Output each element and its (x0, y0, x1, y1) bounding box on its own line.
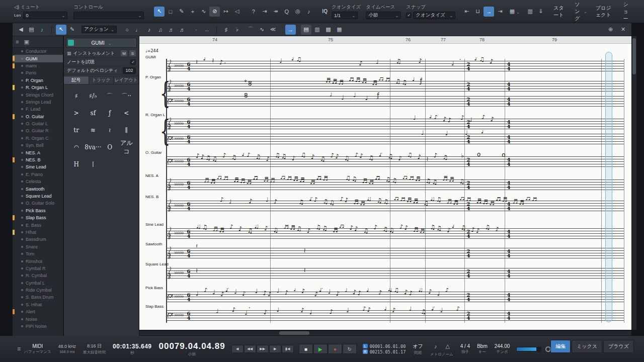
staff-notes[interactable]: ♫♫♬♬♪♪♫♫♪♫♬♬♫♪♫♫♬♬♪♪♫♪♫♫♪♪♬♬♫♫♪♪♫♪♪♫♪ (196, 225, 622, 242)
folder-icon[interactable]: ▤ (26, 25, 37, 35)
rewind-button[interactable]: ◀◀ (244, 345, 256, 353)
notation-symbol-5[interactable]: sf (85, 109, 101, 118)
score-canvas[interactable]: ♩=244GUMI♭♭♭♭♭642444≀♪≀♪·♩♪♫♪♩♫♪♩·♪♫♪P. … (139, 44, 631, 330)
measure-number[interactable]: 77 (441, 37, 446, 42)
velocity-value[interactable]: 102 (123, 67, 136, 74)
audition-row[interactable]: ノートを試聴 ✓ (64, 58, 139, 66)
mute-tool[interactable]: ⊘ (209, 7, 220, 17)
pencil-tool[interactable]: ✎ (67, 25, 77, 35)
playhead[interactable] (605, 52, 612, 322)
audition-note-button[interactable]: ♪ (303, 7, 314, 17)
velocity-row[interactable]: デフォルトのベロシティ 102 (64, 66, 139, 75)
view-mode-button-1[interactable]: ▥ (312, 25, 323, 35)
track-item-sawtooth[interactable]: Sawtooth (13, 185, 63, 192)
track-item-mami[interactable]: mami (13, 62, 63, 69)
notation-symbol-16[interactable]: H (68, 160, 85, 169)
track-item-o-guitar-r[interactable]: O. Guitar R (13, 127, 63, 134)
piano-keyboard-icon[interactable]: ▥ (525, 7, 535, 17)
staff-notes[interactable]: ♬♬♬♬♬♬♬♬♬♬♬♬♬♬♬♬♬♫♫♬♬♬♫♫♬♬♬♫♫♬♬♫ (196, 176, 622, 193)
track-item-pipi-noise[interactable]: PiPi Noise (13, 323, 63, 330)
mute-button[interactable]: M (121, 50, 127, 56)
autoscroll-button[interactable]: → (484, 7, 494, 17)
loop-end-value[interactable]: 00215.05.01.17 (370, 349, 406, 354)
track-item-o-guitar[interactable]: O. Guitar (13, 113, 63, 120)
notation-symbol-13[interactable]: 8va··· (85, 143, 101, 152)
help-button[interactable]: ? (248, 7, 259, 17)
notation-symbol-9[interactable]: ≋ (85, 126, 101, 135)
track-item-nes-b[interactable]: NES. B (13, 156, 63, 163)
play-button[interactable]: ▶ (313, 344, 328, 354)
listen-tool[interactable]: ◁ (231, 7, 242, 17)
view-mode-button-0[interactable]: ▤ (301, 25, 311, 35)
close-icon[interactable]: ✕ (618, 25, 628, 35)
mix-panel-button[interactable]: ミックス (572, 340, 602, 353)
notation-symbol-4[interactable]: > (68, 109, 85, 118)
snap-checkbox[interactable]: ✓ (406, 13, 412, 18)
staff-notes[interactable]: ≀≀ (196, 264, 622, 282)
staff-notes[interactable]: ♪♪♫♫♪♫♪♪♫♪♫♫♪♫♪♫♪♪♫♪♪♫♪♫♪♫♪≀♪♫♭oo (196, 153, 622, 170)
track-item-alert[interactable]: Alert (13, 308, 63, 315)
marker-start-button[interactable]: ⇤ (461, 7, 472, 17)
sync-value[interactable]: オフ (413, 343, 423, 350)
track-item-noise[interactable]: Noise (13, 315, 63, 322)
scrollbar-thumb[interactable] (279, 331, 309, 335)
measure-number[interactable]: 79 (552, 37, 557, 42)
browse-panel-button[interactable]: ブラウズ (603, 340, 634, 353)
track-item-strings-chord[interactable]: Strings Chord (13, 91, 63, 98)
note-value-button-5[interactable]: ♬ (177, 25, 188, 35)
loop-region-button[interactable]: ⊔ (472, 7, 483, 17)
measure-number[interactable]: 74 (212, 37, 217, 42)
edit-panel-button[interactable]: 編集 (550, 340, 571, 353)
stop-button[interactable]: ■ (299, 344, 313, 354)
note-value-button-2[interactable]: ♪ (144, 25, 154, 35)
timebase-dropdown[interactable]: 小節 (366, 12, 401, 19)
notation-symbol-15[interactable]: アルコ (118, 143, 135, 152)
track-item-sine-lead[interactable]: Sine Lead (13, 163, 63, 170)
notation-symbol-6[interactable]: ƒ (102, 109, 118, 118)
track-item-nes-a[interactable]: NES. A (13, 149, 63, 156)
tempo-value[interactable]: 244.00 (495, 343, 510, 349)
grid-quantize-button[interactable]: ▦ (509, 7, 520, 17)
locate-button[interactable]: ⇥ (259, 7, 270, 17)
track-item-r-organ-c[interactable]: R. Organ C (13, 135, 63, 142)
track-item-e-bass[interactable]: E. Bass (13, 221, 63, 228)
track-item-gumi[interactable]: GUMI (13, 55, 63, 62)
prev-marker-button[interactable]: ◀ (231, 345, 244, 353)
staff-notes[interactable]: °8♬♬♬♬♬♬♬♬♬♫♫♩ƒ (196, 77, 622, 95)
track-item-perio[interactable]: Perio (13, 69, 63, 76)
download-icon[interactable]: ⇓ (535, 7, 546, 17)
horizontal-scrollbar[interactable] (139, 331, 631, 335)
notation-symbol-10[interactable]: ≀ (102, 126, 118, 135)
loop-start-value[interactable]: 00001.06.01.00 (370, 344, 406, 349)
track-selector-dropdown[interactable]: GUMI (66, 38, 137, 48)
solo-button[interactable]: S (129, 50, 136, 56)
track-item-pick-bass[interactable]: Pick Bass (13, 207, 63, 214)
vertical-scrollbar[interactable] (632, 36, 636, 330)
track-item-hihat[interactable]: Hihat (13, 229, 63, 236)
track-item-slap-bass[interactable]: Slap Bass (13, 214, 63, 221)
menu-icon[interactable]: ≡ (17, 345, 21, 352)
notation-symbol-11[interactable]: ∥ (118, 126, 135, 135)
track-item-o-guitar-l[interactable]: O. Guitar L (13, 120, 63, 127)
notation-symbol-8[interactable]: tr (68, 126, 85, 135)
track-item-rimshot[interactable]: Rimshot (13, 257, 63, 264)
track-item-snare[interactable]: Snare (13, 243, 63, 250)
track-item-conductor[interactable]: Conductor (13, 48, 63, 55)
metronome-icon-0[interactable]: ♪ (430, 341, 441, 351)
instrument-row[interactable]: ▦ インストゥルメント M S (64, 49, 139, 58)
mute-label[interactable]: ミュート (21, 4, 40, 11)
track-item-celesta[interactable]: Celesta (13, 178, 63, 185)
control-dropdown[interactable] (73, 12, 144, 19)
dot-value-button-1[interactable]: ‥ (202, 25, 212, 35)
measure-ruler[interactable]: 747576777879 (139, 36, 631, 44)
measure-number[interactable]: 75 (328, 37, 333, 42)
start-button[interactable]: スタート (550, 3, 570, 21)
metronome-icon-1[interactable]: △ (442, 341, 453, 351)
staff-notes[interactable]: ≀♪≀♪·♩♪♫♪♩♫♪♩·♪♫♪ (196, 57, 622, 74)
dot-value-button-0[interactable]: · (191, 25, 201, 35)
list-menu-icon[interactable]: ≡ (16, 39, 19, 45)
accidental-button-0[interactable]: ♯ (221, 25, 231, 35)
project-button[interactable]: プロジェクト (592, 3, 618, 21)
pencil-tool[interactable]: ✎ (176, 7, 187, 17)
staff-notes[interactable]: ♩♩♩♪ (196, 130, 622, 147)
